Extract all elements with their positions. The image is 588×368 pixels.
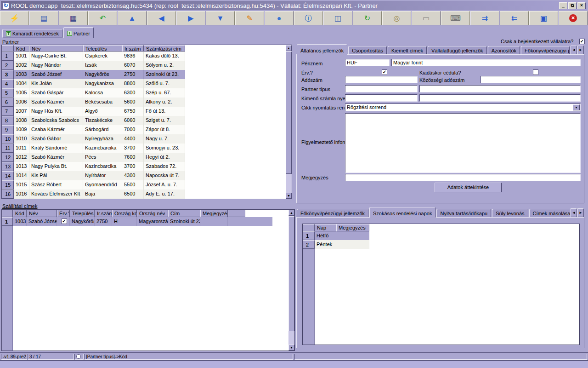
- kimeno-szamla-nyelv-code-field[interactable]: [345, 94, 418, 102]
- kimeno-szamla-nyelv-name-field[interactable]: [419, 94, 581, 102]
- table-row[interactable]: 81008Szabolcska SzabolcsTiszakécske6060S…: [2, 116, 185, 125]
- toolbar-button-search[interactable]: ◎: [382, 11, 411, 25]
- toolbar-button-refresh[interactable]: ↻: [353, 11, 382, 25]
- column-header[interactable]: Ir.szám: [122, 45, 144, 52]
- penznem-code-field[interactable]: [345, 59, 390, 66]
- schedule-tab-3[interactable]: Nyitva tartás/időkapu: [436, 209, 491, 218]
- toolbar-button-flash[interactable]: ⚡: [0, 11, 29, 25]
- row-number[interactable]: 7: [2, 107, 14, 116]
- row-number[interactable]: 2: [2, 61, 14, 70]
- row-number[interactable]: 6: [2, 98, 14, 107]
- row-number[interactable]: 5: [2, 88, 14, 98]
- kozossegi-adoszam-field[interactable]: [481, 76, 581, 83]
- title-bar[interactable]: ↻ ROOL demo::app_teszt::elelmiszerbizton…: [1, 1, 587, 10]
- row-number[interactable]: 1: [2, 217, 13, 226]
- company-filter-checkbox[interactable]: ✓: [579, 39, 585, 44]
- column-header[interactable]: Megjegyzés: [200, 210, 228, 217]
- row-number[interactable]: 12: [2, 153, 14, 162]
- table-row[interactable]: 151015Szász RóbertGyomaendrőd5500József …: [2, 180, 185, 190]
- table-row[interactable]: 111011Király SándornéKazincbarcika3700So…: [2, 144, 185, 153]
- figyelmezteto-textarea[interactable]: [345, 113, 581, 173]
- main-tab-1[interactable]: TKimaradt rendelések: [2, 29, 62, 38]
- row-number[interactable]: 3: [2, 70, 14, 79]
- row-number[interactable]: 1: [303, 231, 315, 240]
- erv-checkbox[interactable]: ✓: [382, 69, 387, 75]
- table-row[interactable]: 131013Nagy Pulyka Bt.Kazincbarcika3700Sz…: [2, 162, 185, 171]
- row-number[interactable]: 2: [303, 240, 315, 249]
- toolbar-button-edit[interactable]: ✎: [235, 11, 264, 25]
- column-header[interactable]: Név: [27, 210, 57, 217]
- megjegyzes-field[interactable]: [345, 174, 581, 181]
- schedule-tab-1[interactable]: Főkönyvi/pénzügyi jellemzők: [297, 209, 368, 218]
- toolbar-button-table-export[interactable]: ⇉: [470, 11, 499, 25]
- toolbar-button-info[interactable]: ⓘ: [294, 11, 323, 25]
- column-header[interactable]: Érv.?: [57, 210, 70, 217]
- column-header[interactable]: Megjegyzés: [336, 224, 369, 231]
- close-button[interactable]: ×: [577, 2, 586, 9]
- table-row[interactable]: 161016Kovács Élelmiszer KftBaja6500Ady E…: [2, 190, 185, 199]
- table-row[interactable]: 101010Szabó GáborNyíregyháza4400Nagy u. …: [2, 134, 185, 144]
- toolbar-button-table-frame[interactable]: ▭: [412, 11, 441, 25]
- table-row[interactable]: 2Péntek: [303, 240, 369, 249]
- detail-tabs-scroll-right-icon[interactable]: ►: [577, 46, 584, 54]
- column-header[interactable]: Számlázási cím: [144, 45, 185, 52]
- toolbar-button-table-import[interactable]: ⇇: [500, 11, 529, 25]
- table-row[interactable]: 51005Szabó GáspárKalocsa6300Szép u. 67.: [2, 88, 185, 98]
- toolbar-button-first-record[interactable]: ▲: [118, 11, 147, 25]
- row-number[interactable]: 13: [2, 162, 14, 171]
- scrollbar-thumb[interactable]: [288, 216, 294, 331]
- table-row[interactable]: 71007Nagy Hús Kft.Algyő6750Fő út 13.: [2, 107, 185, 116]
- toolbar-button-next-record[interactable]: ▶: [176, 11, 205, 25]
- column-header[interactable]: Ir.szám: [95, 210, 112, 217]
- toolbar-button-table-fullscreen[interactable]: ▣: [529, 11, 558, 25]
- vertical-scrollbar[interactable]: ▲▼: [288, 210, 294, 351]
- toolbar-button-undo[interactable]: ↶: [88, 11, 117, 25]
- scroll-down-icon[interactable]: ▼: [288, 345, 294, 351]
- toolbar-button-database[interactable]: ●: [265, 11, 294, 25]
- detail-tab-5[interactable]: Azonosítók: [488, 46, 520, 55]
- erv-row-checkbox[interactable]: ✓: [62, 218, 67, 224]
- toolbar-button-prev-record[interactable]: ◀: [147, 11, 176, 25]
- row-number[interactable]: 4: [2, 79, 14, 88]
- row-number[interactable]: 10: [2, 134, 14, 144]
- schedule-tabs-scroll-left-icon[interactable]: ◄: [571, 208, 577, 217]
- column-header[interactable]: Kód: [13, 210, 27, 217]
- column-header[interactable]: Ország kód: [112, 210, 137, 217]
- penznem-name-field[interactable]: [391, 59, 581, 66]
- table-row[interactable]: 91009Csaba KázmérSárbogárd7000Zápor út 8…: [2, 125, 185, 134]
- kiadaskor-checkbox[interactable]: [533, 69, 538, 75]
- column-header[interactable]: Név: [29, 45, 83, 52]
- scrollbar-thumb[interactable]: [286, 52, 292, 174]
- restore-button[interactable]: ⧉: [568, 2, 577, 9]
- detail-tab-2[interactable]: Csoportosítás: [348, 46, 387, 55]
- row-number[interactable]: 8: [2, 116, 14, 125]
- table-row[interactable]: 31003Szabó JózsefNagykőrös2750Szolnoki ú…: [2, 70, 185, 79]
- adoszam-field[interactable]: [345, 76, 418, 83]
- chevron-down-icon[interactable]: ▼: [573, 104, 580, 110]
- row-number[interactable]: 15: [2, 180, 14, 190]
- cikk-nyomtatas-combo[interactable]: Rögzítési sorrend ▼: [345, 104, 581, 111]
- main-tab-2[interactable]: TPartner: [63, 27, 94, 38]
- table-row[interactable]: 11003Szabó József✓Nagykőrös2750HMagyaror…: [2, 217, 272, 226]
- detail-tab-4[interactable]: Vállalatfüggő jellemzők: [428, 46, 487, 55]
- scroll-down-icon[interactable]: ▼: [286, 193, 292, 199]
- minimize-button[interactable]: _: [559, 2, 567, 9]
- table-row[interactable]: 21002Nagy NándorIzsák6070Sólyom u. 2.: [2, 61, 185, 70]
- column-header[interactable]: Cím: [168, 210, 200, 217]
- schedule-tab-5[interactable]: Címek másolása: [529, 209, 570, 218]
- column-header[interactable]: Ország név: [137, 210, 168, 217]
- row-number[interactable]: 14: [2, 171, 14, 180]
- scroll-up-icon[interactable]: ▲: [286, 45, 292, 51]
- table-row[interactable]: 41004Kis JolánNagykanizsa8800Szőlő u. 7.: [2, 79, 185, 88]
- toolbar-button-stop[interactable]: ×: [559, 11, 588, 25]
- toolbar-button-last-record[interactable]: ▼: [206, 11, 235, 25]
- column-header[interactable]: Nap: [315, 224, 336, 231]
- table-row[interactable]: 11001Nagy-Csirke Bt.Csipkerek9836Kakas d…: [2, 52, 185, 61]
- toolbar-button-layout-columns[interactable]: ◫: [323, 11, 352, 25]
- table-row[interactable]: 121012Szabó KázmérPécs7600Hegyi út 2.: [2, 153, 185, 162]
- column-header[interactable]: Település: [83, 45, 122, 52]
- detail-tab-1[interactable]: Általános jellemzők: [297, 44, 347, 55]
- schedule-tab-4[interactable]: Súly levonás: [492, 209, 528, 218]
- schedule-tabs-scroll-right-icon[interactable]: ►: [577, 208, 584, 217]
- toolbar-button-open[interactable]: ▤: [29, 11, 58, 25]
